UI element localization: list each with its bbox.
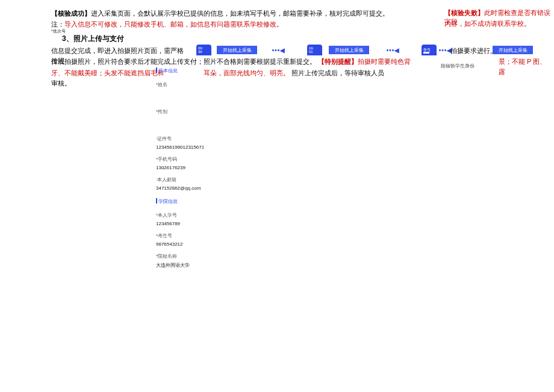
verify-success-line: 【核验成功】进入采集页面，会默认展示学校已提供的信息，如未填写手机号，邮箱需要补… <box>51 8 437 19</box>
label-mail: 本人邮箱 <box>156 176 246 183</box>
arrow-dots-b: •••◀ <box>384 46 402 54</box>
value-exam-no: 9876543212 <box>156 241 246 247</box>
phone-mock-a: 09: 39 <box>196 45 211 55</box>
note-line: 注：导入信息不可修改，只能修改手机、邮箱，如信息有问题需联系学校修改。 <box>51 19 437 30</box>
special-reminder-tag: 【特别提醒】 <box>318 58 358 65</box>
verify-fail-line2: 内容，如不成功请联系学校。 <box>444 19 553 28</box>
label-exam-no: 考生号 <box>156 232 246 239</box>
phone-mock-c: 学号 <box>422 45 437 55</box>
flow-l3a: 牙、不能戴美瞳；头发不能遮挡眉毛和 <box>51 69 164 76</box>
value-id: 123456199012315671 <box>156 145 246 150</box>
verify-success-tag: 【核验成功】 <box>51 10 91 17</box>
label-phone: 手机号码 <box>156 156 246 163</box>
label-name: 姓名 <box>156 81 246 88</box>
verify-fail-tag: 【核验失败】 <box>444 9 484 16</box>
arrow-dots-a: •••◀ <box>270 46 288 54</box>
flow-line2-right: 景；不能 P 图、露 <box>499 57 553 76</box>
note-prefix: 注： <box>51 20 64 28</box>
label-id: 证件号 <box>156 135 246 142</box>
value-student-no: 123456789 <box>156 221 246 226</box>
verify-student-box: 段核验学生身份 <box>441 63 482 69</box>
label-gender: 性别 <box>156 108 246 115</box>
special-reminder-text: 拍摄时需要纯色背 <box>358 58 411 65</box>
start-collect-button-a[interactable]: 开始线上采集 <box>217 46 257 54</box>
phone-time-b: 16: 51 <box>309 46 314 54</box>
flow-l2a: 传或拍摄照片，照片符合要求后才能完成上传支付；照片不合格则需要根据提示重新提交。 <box>51 58 316 65</box>
note-text: 导入信息不可修改，只能修改手机、邮箱，如信息有问题需联系学校修改。 <box>64 20 283 28</box>
phone-time-a: 09: 39 <box>198 46 203 54</box>
start-collect-button-b[interactable]: 开始线上采集 <box>329 46 369 54</box>
value-mail: 347152862@qq.com <box>156 185 246 191</box>
value-school: 大连外国语大学 <box>156 262 246 269</box>
section-basic: 基本信息 <box>156 67 178 74</box>
section-heading: 3、照片上传与支付 <box>62 34 124 44</box>
section-college: 学院信息 <box>156 198 178 205</box>
value-phone: 13026176239 <box>156 165 246 170</box>
verify-success-text: 进入采集页面，会默认展示学校已提供的信息，如未填写手机号，邮箱需要补录，核对完成… <box>91 10 389 17</box>
info-form: 基本信息 姓名 性别 证件号 123456199012315671 手机号码 1… <box>156 66 246 271</box>
start-collect-button-c[interactable]: 开始线上采集 <box>493 46 533 54</box>
label-school: 院校名称 <box>156 253 246 260</box>
label-student-no: 本人学号 <box>156 212 246 219</box>
arrow-dots-c: •••◀ <box>443 46 449 54</box>
flow-line2: 传或拍摄照片，照片符合要求后才能完成上传支付；照片不合格则需要根据提示重新提交。… <box>51 57 434 67</box>
phone-mock-b: 16: 51 <box>307 45 322 55</box>
phone-label-c: 学号 <box>423 48 431 53</box>
